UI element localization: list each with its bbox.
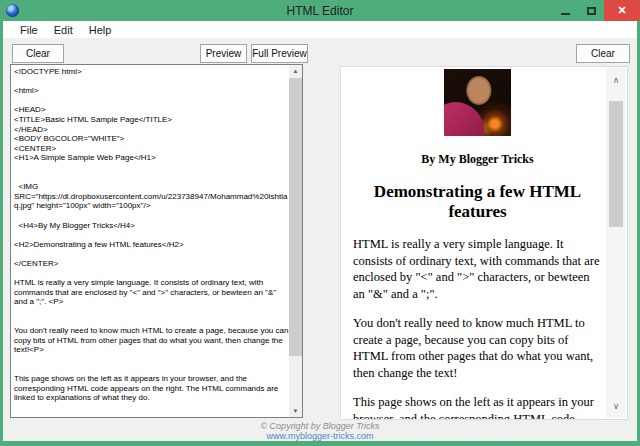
html-code-input[interactable]: <!DOCTYPE html> <html> <HEAD> <TITLE>Bas…	[11, 65, 290, 417]
preview-content: By My Blogger Tricks Demonstrating a few…	[341, 67, 606, 419]
scroll-down-icon[interactable]: ▼	[289, 405, 302, 417]
clear-editor-button[interactable]: Clear	[12, 44, 64, 63]
menu-file[interactable]: File	[12, 23, 46, 37]
minimize-button[interactable]	[552, 0, 578, 21]
preview-heading: Demonstrating a few HTML features	[353, 182, 602, 222]
html-editor-window: HTML Editor ✕ File Edit Help Clear Previ…	[0, 0, 640, 446]
footer: © Copyright by Blogger Tricks www.myblog…	[3, 421, 637, 441]
window-border-bottom	[0, 441, 640, 446]
editor-scrollbar[interactable]: ▲ ▼	[289, 65, 302, 417]
copyright-text: © Copyright by Blogger Tricks	[3, 421, 637, 431]
window-controls: ✕	[552, 0, 640, 21]
chevron-down-icon[interactable]: ∨	[606, 398, 626, 414]
preview-scrollbar[interactable]: ∧ ∨	[606, 68, 626, 418]
code-editor-panel: <!DOCTYPE html> <html> <HEAD> <TITLE>Bas…	[10, 64, 303, 418]
chevron-up-icon[interactable]: ∧	[606, 72, 626, 88]
editor-scrollbar-thumb[interactable]	[289, 78, 302, 356]
maximize-icon	[587, 7, 596, 15]
author-photo-shirt	[444, 102, 484, 136]
preview-paragraph: You don't really need to know much HTML …	[353, 315, 602, 381]
menu-edit[interactable]: Edit	[46, 23, 81, 37]
author-photo	[444, 69, 511, 136]
title-bar: HTML Editor ✕	[0, 0, 640, 21]
menu-bar: File Edit Help	[3, 21, 637, 38]
clear-preview-button[interactable]: Clear	[576, 44, 630, 63]
menu-help[interactable]: Help	[81, 23, 120, 37]
maximize-button[interactable]	[578, 0, 604, 21]
close-button[interactable]: ✕	[604, 0, 640, 21]
window-title: HTML Editor	[0, 4, 640, 18]
preview-paragraph: This page shows on the left as it appear…	[353, 394, 602, 420]
minimize-icon	[561, 13, 570, 15]
preview-panel: By My Blogger Tricks Demonstrating a few…	[340, 66, 628, 420]
preview-byline: By My Blogger Tricks	[353, 152, 602, 167]
preview-paragraph: HTML is really a very simple language. I…	[353, 236, 602, 302]
preview-scrollbar-thumb[interactable]	[609, 101, 623, 227]
full-preview-button[interactable]: Full Preview	[251, 44, 308, 63]
window-border-left	[0, 21, 3, 446]
website-link[interactable]: www.myblogger-tricks.com	[3, 431, 637, 441]
scroll-up-icon[interactable]: ▲	[289, 65, 302, 77]
preview-button[interactable]: Preview	[200, 44, 247, 63]
